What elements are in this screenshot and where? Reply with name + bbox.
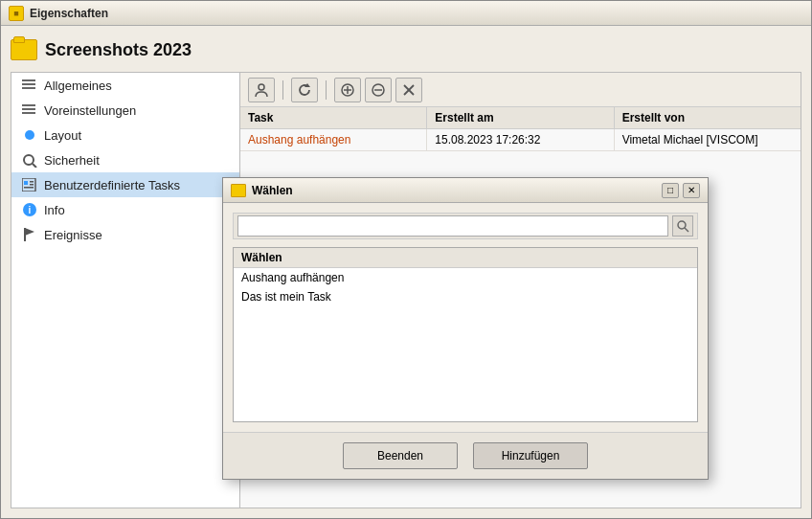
svg-point-17 xyxy=(259,84,264,90)
cancel-button[interactable]: Beenden xyxy=(343,442,458,469)
sidebar-item-label: Info xyxy=(44,203,65,217)
toolbar xyxy=(240,73,801,107)
svg-rect-12 xyxy=(24,187,34,189)
svg-rect-0 xyxy=(22,79,35,81)
sidebar-item-label: Benutzerdefinierte Tasks xyxy=(44,178,180,192)
task-name: Aushang aufhängen xyxy=(240,129,427,150)
magnify-icon xyxy=(21,152,38,168)
dialog-footer: Beenden Hinzufügen xyxy=(223,432,708,479)
sidebar-item-info[interactable]: i Info xyxy=(11,197,239,222)
svg-text:i: i xyxy=(29,205,32,215)
list-spacer xyxy=(234,306,697,421)
sidebar: Allgemeines Voreinstellungen xyxy=(11,72,240,508)
svg-rect-9 xyxy=(24,181,28,185)
sidebar-item-sicherheit[interactable]: Sicherheit xyxy=(11,147,239,172)
close-button[interactable]: ✕ xyxy=(683,183,700,198)
task-created-at: 15.08.2023 17:26:32 xyxy=(427,129,614,150)
title-bar: ■ Eigenschaften xyxy=(1,1,811,26)
svg-rect-1 xyxy=(22,83,35,85)
window-title: Eigenschaften xyxy=(30,7,108,20)
table-header: Task Erstellt am Erstellt von xyxy=(240,107,801,129)
svg-rect-2 xyxy=(22,87,35,89)
col-task: Task xyxy=(240,107,427,128)
add-button[interactable] xyxy=(334,78,361,102)
list-header: Wählen xyxy=(234,248,697,268)
task-created-by: Vimetal Michael [VISCOM] xyxy=(615,129,801,150)
app-icon: ■ xyxy=(9,6,24,21)
sidebar-item-label: Sicherheit xyxy=(44,153,100,168)
list-item-0[interactable]: Aushang aufhängen xyxy=(234,268,697,287)
svg-line-7 xyxy=(33,164,36,168)
sidebar-item-ereignisse[interactable]: Ereignisse xyxy=(11,222,239,247)
sidebar-item-layout[interactable]: Layout xyxy=(11,123,239,147)
person-button[interactable] xyxy=(248,78,275,102)
svg-point-26 xyxy=(678,221,686,229)
sidebar-item-label: Layout xyxy=(44,128,81,143)
task-icon xyxy=(21,177,38,192)
toolbar-separator xyxy=(282,80,283,100)
col-erstellt-von: Erstellt von xyxy=(615,107,801,128)
search-button[interactable] xyxy=(672,215,693,237)
sidebar-item-label: Voreinstellungen xyxy=(44,103,136,118)
refresh-button[interactable] xyxy=(291,78,318,102)
wahlen-dialog: Wählen □ ✕ Wählen A xyxy=(222,177,709,480)
svg-marker-16 xyxy=(25,228,34,236)
sidebar-item-voreinstellungen[interactable]: Voreinstellungen xyxy=(11,98,239,123)
sidebar-item-label: Allgemeines xyxy=(44,79,112,93)
table-row[interactable]: Aushang aufhängen 15.08.2023 17:26:32 Vi… xyxy=(240,129,801,151)
dialog-body: Wählen Aushang aufhängen Das ist mein Ta… xyxy=(223,203,708,432)
sidebar-item-label: Ereignisse xyxy=(44,228,102,242)
list2-icon xyxy=(21,102,38,118)
maximize-button[interactable]: □ xyxy=(662,183,679,198)
dialog-title-left: Wählen xyxy=(231,184,293,197)
folder-header: Screenshots 2023 xyxy=(11,35,801,64)
dialog-title: Wählen xyxy=(252,184,293,197)
confirm-button[interactable]: Hinzufügen xyxy=(473,442,588,469)
svg-rect-4 xyxy=(22,108,35,110)
svg-rect-11 xyxy=(30,184,34,186)
folder-icon xyxy=(11,39,37,60)
dialog-folder-icon xyxy=(231,184,246,197)
dialog-controls: □ ✕ xyxy=(662,183,700,198)
svg-point-6 xyxy=(24,155,34,165)
toolbar-separator2 xyxy=(326,80,327,100)
svg-rect-5 xyxy=(22,112,35,114)
list-item-1[interactable]: Das ist mein Task xyxy=(234,287,697,306)
svg-rect-10 xyxy=(30,181,34,183)
sidebar-item-benutzerdefinierte-tasks[interactable]: Benutzerdefinierte Tasks xyxy=(11,172,239,197)
list-container: Wählen Aushang aufhängen Das ist mein Ta… xyxy=(233,247,698,422)
col-erstellt-am: Erstellt am xyxy=(427,107,614,128)
info-icon: i xyxy=(21,202,38,217)
svg-line-27 xyxy=(685,228,688,232)
list-icon xyxy=(21,78,38,93)
search-bar xyxy=(233,213,698,239)
dialog-title-bar: Wählen □ ✕ xyxy=(223,178,708,203)
flag-icon xyxy=(21,227,38,242)
svg-rect-3 xyxy=(22,104,35,106)
search-input[interactable] xyxy=(237,215,668,237)
folder-title: Screenshots 2023 xyxy=(45,40,192,60)
delete-button[interactable] xyxy=(395,78,422,102)
dot-blue-icon xyxy=(21,127,38,143)
remove-button[interactable] xyxy=(365,78,392,102)
sidebar-item-allgemeines[interactable]: Allgemeines xyxy=(11,73,239,98)
